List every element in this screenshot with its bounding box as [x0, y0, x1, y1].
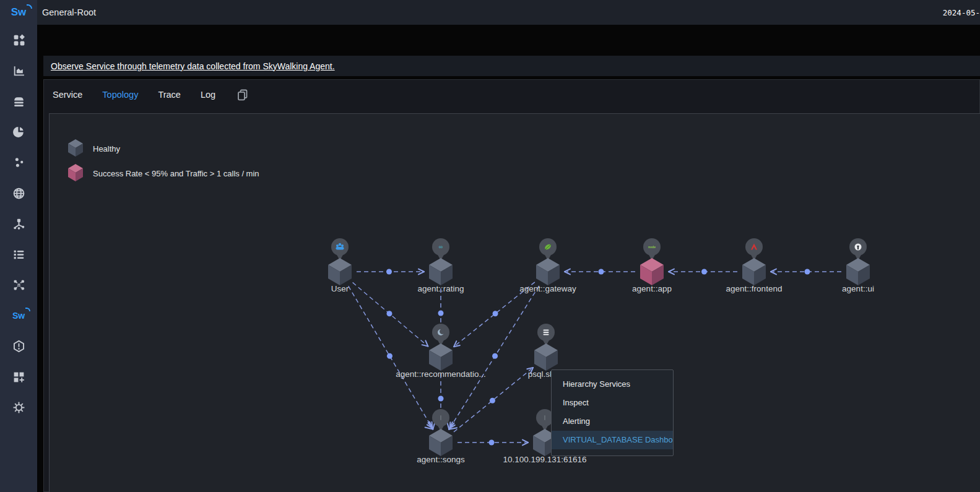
topology-node-ui[interactable]	[846, 238, 870, 285]
globe-icon	[12, 187, 25, 200]
topology-legend: HealthySuccess Rate < 95% and Traffic > …	[67, 136, 259, 186]
dashboard-icon	[12, 33, 25, 46]
topology-node-songs[interactable]	[429, 409, 453, 456]
tab-service[interactable]: Service	[53, 90, 82, 100]
skywalking-mini-logo: Sw	[12, 311, 25, 321]
warning-cube-icon	[67, 164, 84, 183]
alert-hexagon-icon	[12, 340, 25, 353]
sidebar-item-settings[interactable]	[0, 392, 37, 423]
node-label-gateway: agent::gateway	[519, 284, 576, 293]
topology-container: HealthySuccess Rate < 95% and Traffic > …	[49, 113, 980, 492]
copy-icon[interactable]	[236, 88, 249, 101]
node-label-rec: agent::recommendatio...	[396, 369, 486, 379]
edge-ui-frontend	[771, 269, 841, 275]
edge-gateway-songs	[447, 286, 539, 429]
tab-bar: ServiceTopologyTraceLog	[44, 80, 979, 110]
top-bar: General-Root 2024-05-	[37, 0, 980, 25]
logo-swoosh	[27, 4, 32, 9]
legend-item-warning: Success Rate < 95% and Traffic > 1 calls…	[67, 161, 259, 186]
bar-chart-icon	[12, 64, 25, 77]
legend-item-healthy: Healthy	[67, 136, 259, 161]
gear-icon	[12, 401, 25, 414]
sidebar: Sw	[0, 0, 37, 492]
node-label-ui: agent::ui	[842, 284, 874, 293]
node-label-rating: agent::rating	[417, 284, 464, 293]
context-menu-item-virtual-database-dashboard[interactable]: VIRTUAL_DATABASE Dashboard	[552, 431, 673, 449]
node-label-songs: agent::songs	[417, 455, 465, 464]
widget-panel: ServiceTopologyTraceLog HealthySuccess R…	[43, 79, 980, 492]
tabs-list: ServiceTopologyTraceLog	[53, 90, 215, 100]
legend-label: Success Rate < 95% and Traffic > 1 calls…	[93, 169, 259, 178]
context-menu-item-hierarchy-services[interactable]: Hierarchy Services	[552, 375, 673, 394]
edge-user-rating	[357, 269, 424, 275]
node-label-frontend: agent::frontend	[726, 284, 783, 293]
edge-user-songs	[349, 286, 435, 429]
topology-3d-icon	[12, 217, 25, 230]
sidebar-item-layers[interactable]	[0, 86, 37, 117]
node-label-app: agent::app	[632, 284, 672, 293]
sidebar-item-globe[interactable]	[0, 178, 37, 209]
topology-node-app[interactable]: node	[640, 238, 664, 285]
sidebar-item-list[interactable]	[0, 240, 37, 270]
topology-node-frontend[interactable]	[742, 238, 766, 285]
sidebar-item-metrics[interactable]	[0, 56, 37, 87]
sidebar-item-skywalking[interactable]: Sw	[0, 301, 37, 332]
edge-user-rec	[353, 282, 428, 346]
flow-icon	[12, 278, 25, 291]
server-list-icon	[12, 248, 25, 261]
sidebar-item-widgets[interactable]	[0, 362, 37, 393]
time-range-value[interactable]: 2024-05-	[943, 8, 980, 17]
topology-node-gateway[interactable]	[536, 238, 560, 285]
legend-label: Healthy	[93, 144, 120, 153]
edge-app-gateway	[565, 269, 635, 275]
sidebar-item-sampling[interactable]	[0, 147, 37, 178]
svg-text:node: node	[648, 245, 656, 249]
node-label-user: User	[331, 284, 349, 293]
edge-songs-db	[457, 440, 528, 446]
edge-frontend-app	[669, 269, 737, 275]
topology-node-rec[interactable]	[429, 324, 453, 371]
tab-topology[interactable]: Topology	[102, 90, 138, 100]
node-label-db: 10.100.199.131:61616	[503, 455, 586, 464]
sidebar-item-topology[interactable]	[0, 209, 37, 240]
topology-node-rating[interactable]: ∞	[429, 238, 453, 285]
sidebar-item-flow[interactable]	[0, 270, 37, 301]
tab-trace[interactable]: Trace	[158, 90, 181, 100]
sidebar-item-alerting[interactable]	[0, 331, 37, 362]
skywalking-logo[interactable]: Sw	[0, 0, 37, 25]
topology-node-psql[interactable]	[534, 324, 558, 371]
sidebar-item-pie[interactable]	[0, 117, 37, 148]
context-menu-item-alerting[interactable]: Alerting	[552, 412, 673, 431]
svg-text:∞: ∞	[439, 244, 443, 250]
widgets-plus-icon	[12, 371, 25, 384]
page-title: General-Root	[42, 7, 96, 17]
context-menu-item-inspect[interactable]: Inspect	[552, 394, 673, 412]
tab-log[interactable]: Log	[201, 90, 215, 100]
healthy-cube-icon	[67, 139, 84, 158]
node-context-menu: Hierarchy ServicesInspectAlertingVIRTUAL…	[551, 369, 674, 456]
sidebar-item-dashboard[interactable]	[0, 25, 37, 56]
topology-node-user[interactable]	[328, 238, 352, 285]
observe-service-link[interactable]: Observe Service through telemetry data c…	[51, 61, 335, 71]
logo-text: Sw	[11, 6, 27, 19]
layers-icon	[12, 95, 25, 108]
banner-panel: Observe Service through telemetry data c…	[43, 56, 980, 76]
scatter-dots-icon	[12, 156, 25, 169]
pie-chart-icon	[12, 126, 25, 139]
